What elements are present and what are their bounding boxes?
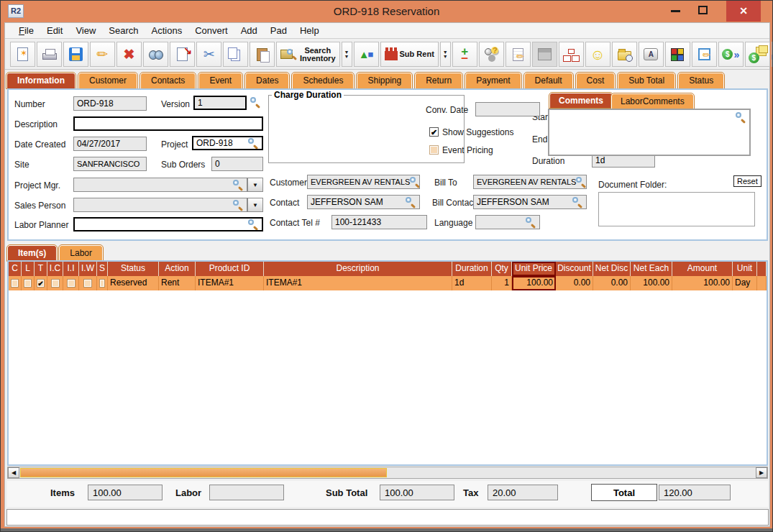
column-header-description[interactable]: Description bbox=[264, 262, 452, 276]
cell-net-disc[interactable]: 0.00 bbox=[593, 276, 631, 290]
column-header-amount[interactable]: Amount bbox=[672, 262, 733, 276]
delete-button[interactable]: ✖ bbox=[116, 42, 142, 67]
row-checkbox-s[interactable] bbox=[99, 279, 105, 288]
tab-cost[interactable]: Cost bbox=[576, 73, 616, 88]
save-button[interactable] bbox=[63, 42, 88, 67]
document-folder-textarea[interactable] bbox=[598, 192, 755, 226]
scroll-left-arrow-icon[interactable]: ◀ bbox=[8, 467, 19, 478]
tab-information[interactable]: Information bbox=[6, 73, 76, 88]
site-field[interactable]: SANFRANCISCO bbox=[73, 157, 147, 171]
project-mgr-dropdown[interactable]: ▼ bbox=[247, 178, 263, 192]
tab-comments[interactable]: Comments bbox=[549, 93, 613, 108]
tab-labor[interactable]: Labor bbox=[59, 245, 103, 261]
reset-button[interactable]: Reset bbox=[733, 175, 761, 187]
shortcut-key-button[interactable]: A bbox=[639, 42, 664, 67]
search-inventory-button[interactable]: Search Inventory bbox=[276, 42, 340, 67]
contact-tel-field[interactable]: 100-121433 bbox=[331, 215, 427, 229]
language-field[interactable] bbox=[475, 215, 540, 229]
project-field[interactable]: ORD-918 bbox=[192, 136, 263, 150]
number-field[interactable]: ORD-918 bbox=[73, 96, 147, 111]
notes-button[interactable]: ✏ bbox=[506, 42, 531, 67]
cut-button[interactable]: ✂ bbox=[196, 42, 221, 67]
conv-date-field[interactable] bbox=[475, 102, 540, 116]
tab-items[interactable]: Item(s) bbox=[7, 245, 57, 261]
sales-person-field[interactable] bbox=[73, 198, 247, 212]
bill-to-field[interactable]: EVERGREEN AV RENTALS bbox=[473, 175, 587, 189]
menu-file[interactable]: File bbox=[12, 24, 40, 37]
row-checkbox-t[interactable]: ✔ bbox=[37, 279, 45, 288]
history-folder-button[interactable] bbox=[612, 42, 637, 67]
cell-description[interactable]: ITEMA#1 bbox=[264, 276, 452, 290]
column-header-t[interactable]: T bbox=[35, 262, 47, 276]
tab-customer[interactable]: Customer bbox=[78, 73, 137, 88]
column-header-c[interactable]: C bbox=[9, 262, 22, 276]
version-field[interactable]: 1 bbox=[193, 96, 247, 110]
column-header-net-each[interactable]: Net Each bbox=[631, 262, 672, 276]
cell-discount[interactable]: 0.00 bbox=[556, 276, 593, 290]
availability-button[interactable]: ? bbox=[479, 42, 504, 67]
column-header-i-c[interactable]: I.C bbox=[47, 262, 63, 276]
sales-person-dropdown[interactable]: ▼ bbox=[247, 198, 263, 212]
table-row[interactable]: ✔ReservedRentITEMA#1ITEMA#11d1100.000.00… bbox=[9, 276, 767, 290]
tab-event[interactable]: Event bbox=[198, 73, 242, 88]
column-header-status[interactable]: Status bbox=[108, 262, 159, 276]
cell-amount[interactable]: 100.00 bbox=[672, 276, 733, 290]
inventory-cubes-button[interactable] bbox=[665, 42, 690, 67]
customer-field[interactable]: EVERGREEN AV RENTALS bbox=[307, 175, 420, 189]
search-icon[interactable] bbox=[248, 138, 259, 149]
menu-actions[interactable]: Actions bbox=[145, 24, 189, 37]
tab-sub-total[interactable]: Sub Total bbox=[618, 73, 675, 88]
project-mgr-field[interactable] bbox=[73, 178, 247, 192]
search-icon[interactable] bbox=[233, 180, 244, 191]
bill-contact-field[interactable]: JEFFERSON SAM bbox=[473, 195, 587, 209]
tab-return[interactable]: Return bbox=[415, 73, 462, 88]
sub-orders-field[interactable]: 0 bbox=[211, 157, 263, 171]
cell-net-each[interactable]: 100.00 bbox=[631, 276, 672, 290]
shapes-button[interactable]: ▲■ bbox=[354, 42, 379, 67]
customer-service-button[interactable]: ☺ bbox=[585, 42, 610, 67]
search-inventory-dropdown[interactable]: ▼▼ bbox=[342, 42, 352, 67]
column-header-l[interactable]: L bbox=[22, 262, 35, 276]
show-suggestions-checkbox[interactable]: ✔ bbox=[429, 127, 439, 137]
paste-button[interactable] bbox=[250, 42, 275, 67]
row-checkbox-i-w[interactable] bbox=[83, 279, 92, 288]
scroll-right-arrow-icon[interactable]: ▶ bbox=[756, 467, 767, 478]
close-button[interactable]: ✕ bbox=[726, 1, 761, 22]
total-field[interactable]: 120.00 bbox=[659, 485, 731, 500]
quick-invoice-button[interactable]: $» bbox=[718, 42, 744, 67]
date-created-field[interactable]: 04/27/2017 bbox=[73, 137, 147, 151]
tab-default[interactable]: Default bbox=[524, 73, 573, 88]
menu-convert[interactable]: Convert bbox=[188, 24, 234, 37]
minimize-button[interactable] bbox=[671, 10, 680, 12]
description-field[interactable] bbox=[73, 116, 263, 131]
tax-field[interactable]: 20.00 bbox=[488, 485, 558, 500]
search-icon[interactable] bbox=[736, 112, 746, 123]
menu-help[interactable]: Help bbox=[293, 24, 326, 37]
maximize-button[interactable] bbox=[698, 6, 708, 14]
row-checkbox-l[interactable] bbox=[24, 279, 32, 288]
scrollbar-thumb[interactable] bbox=[20, 468, 387, 477]
cell-duration[interactable]: 1d bbox=[452, 276, 492, 290]
search-icon[interactable] bbox=[410, 177, 420, 188]
search-icon[interactable] bbox=[248, 219, 259, 230]
search-icon[interactable] bbox=[250, 97, 261, 108]
search-icon[interactable] bbox=[572, 197, 583, 208]
row-checkbox-c[interactable] bbox=[11, 279, 19, 288]
copy-button[interactable] bbox=[223, 42, 248, 67]
event-pricing-checkbox[interactable] bbox=[429, 145, 439, 155]
labor-planner-field[interactable] bbox=[73, 217, 263, 231]
menu-search[interactable]: Search bbox=[102, 24, 145, 37]
horizontal-scrollbar[interactable]: ◀ ▶ bbox=[7, 467, 768, 479]
column-header-i-w[interactable]: I.W bbox=[79, 262, 97, 276]
items-total-field[interactable]: 100.00 bbox=[88, 485, 163, 500]
column-header-i-i[interactable]: I.I bbox=[63, 262, 79, 276]
column-header-action[interactable]: Action bbox=[159, 262, 196, 276]
cell-status[interactable]: Reserved bbox=[108, 276, 159, 290]
column-header-s[interactable]: S bbox=[97, 262, 108, 276]
cell-product-id[interactable]: ITEMA#1 bbox=[196, 276, 264, 290]
edit-button[interactable]: ✏ bbox=[90, 42, 115, 67]
column-header-product-id[interactable]: Product ID bbox=[196, 262, 264, 276]
sub-rent-dropdown[interactable]: ▼▼ bbox=[440, 42, 451, 67]
comments-textarea[interactable] bbox=[548, 109, 751, 156]
tab-labor-comments[interactable]: LaborComments bbox=[611, 93, 694, 109]
